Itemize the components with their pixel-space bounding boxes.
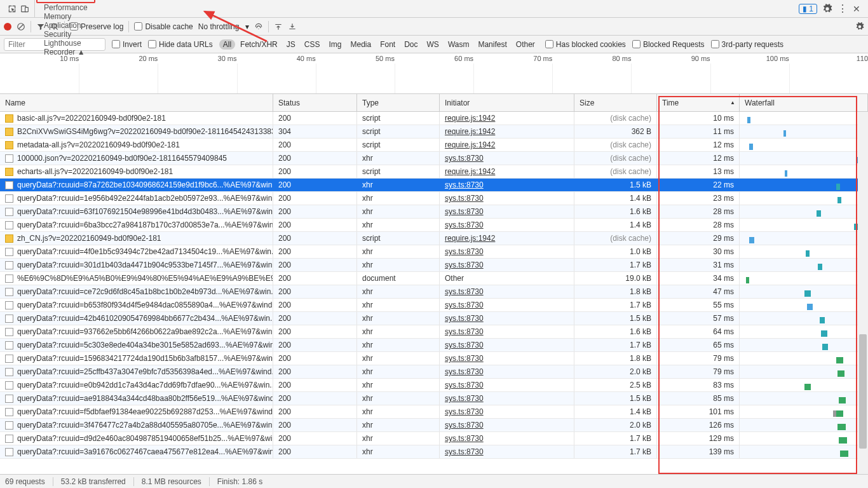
network-toolbar: Preserve log Disable cache No throttling…	[0, 18, 868, 36]
timeline-tick: 50 ms	[376, 55, 395, 62]
timeline-tick: 20 ms	[139, 55, 158, 62]
tab-memory[interactable]: Memory	[35, 12, 97, 21]
tab-security[interactable]: Security	[35, 30, 97, 39]
timeline-tick: 40 ms	[297, 55, 316, 62]
export-har-icon[interactable]	[288, 22, 297, 31]
network-conditions-icon[interactable]	[254, 22, 263, 31]
filter-type-wasm[interactable]: Wasm	[444, 39, 473, 50]
hide-data-urls-checkbox[interactable]: Hide data URLs	[148, 40, 213, 49]
svg-line-4	[19, 24, 24, 29]
filter-type-media[interactable]: Media	[346, 39, 375, 50]
disable-cache-checkbox[interactable]: Disable cache	[134, 22, 193, 31]
filter-type-font[interactable]: Font	[376, 39, 399, 50]
filter-types: AllFetch/XHRJSCSSImgMediaFontDocWSWasmMa…	[219, 39, 539, 50]
filter-type-fetchxhr[interactable]: Fetch/XHR	[236, 39, 281, 50]
blocked-cookies-checkbox[interactable]: Has blocked cookies	[545, 40, 626, 49]
timeline-tick: 110	[857, 55, 868, 62]
record-button[interactable]	[4, 23, 11, 30]
import-har-icon[interactable]	[274, 22, 283, 31]
filter-type-doc[interactable]: Doc	[400, 39, 421, 50]
timeline-tick: 90 ms	[691, 55, 710, 62]
close-icon[interactable]: ✕	[853, 4, 860, 14]
gear-icon[interactable]	[822, 4, 832, 14]
settings-gear-icon[interactable]	[855, 22, 864, 31]
filter-type-other[interactable]: Other	[512, 39, 539, 50]
dock-controls	[3, 0, 35, 17]
svg-rect-1	[25, 7, 29, 11]
device-toggle-icon[interactable]	[20, 4, 29, 13]
timeline-tick: 100 ms	[766, 55, 789, 62]
blocked-requests-checkbox[interactable]: Blocked Requests	[632, 40, 705, 49]
tabs-container: ElementsConsoleSourcesNetworkPerformance…	[35, 0, 97, 57]
devtools-tabs-bar: ElementsConsoleSourcesNetworkPerformance…	[0, 0, 868, 18]
timeline-tick: 60 ms	[454, 55, 473, 62]
tab-lighthouse[interactable]: Lighthouse	[35, 39, 97, 48]
filter-type-css[interactable]: CSS	[301, 39, 324, 50]
tab-application[interactable]: Application	[35, 21, 97, 30]
filter-type-ws[interactable]: WS	[423, 39, 443, 50]
issues-badge[interactable]: ▮1	[799, 4, 817, 14]
throttling-select[interactable]: No throttling ▾	[198, 22, 250, 31]
filter-type-js[interactable]: JS	[283, 39, 299, 50]
invert-checkbox[interactable]: Invert	[112, 40, 142, 49]
timeline-tick: 30 ms	[218, 55, 237, 62]
timeline-tick: 80 ms	[612, 55, 631, 62]
third-party-checkbox[interactable]: 3rd-party requests	[711, 40, 783, 49]
inspect-icon[interactable]	[8, 4, 17, 13]
kebab-icon[interactable]: ⋮	[837, 3, 848, 15]
timeline-tick: 70 ms	[533, 55, 552, 62]
filter-type-img[interactable]: Img	[325, 39, 345, 50]
clear-icon[interactable]	[17, 22, 25, 31]
timeline-overview[interactable]: 10 ms20 ms30 ms40 ms50 ms60 ms70 ms80 ms…	[0, 53, 868, 94]
issues-count: 1	[809, 4, 813, 13]
filter-type-all[interactable]: All	[219, 39, 235, 50]
tab-performance[interactable]: Performance	[35, 3, 97, 12]
right-toolbar: ▮1 ⋮ ✕	[794, 3, 865, 15]
filter-type-manifest[interactable]: Manifest	[474, 39, 510, 50]
timeline-tick: 10 ms	[60, 55, 79, 62]
filter-bar: Invert Hide data URLs AllFetch/XHRJSCSSI…	[0, 36, 868, 53]
